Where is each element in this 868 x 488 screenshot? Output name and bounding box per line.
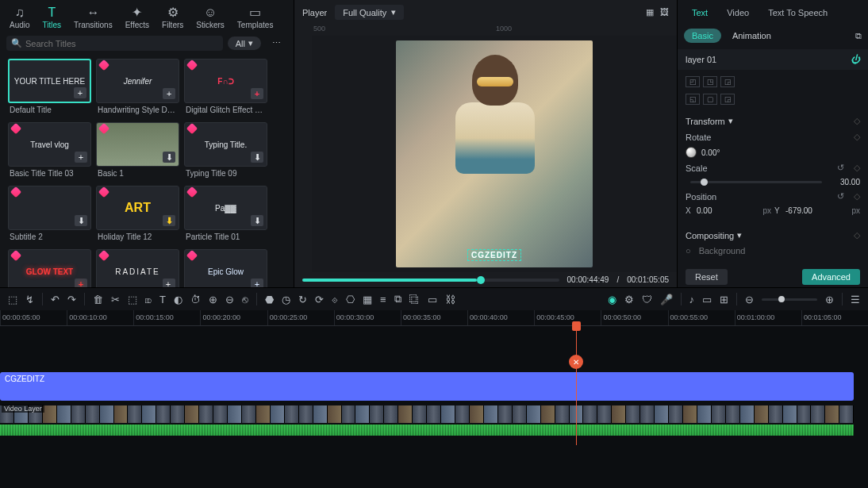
align-br-button[interactable]: ◲ — [720, 94, 735, 105]
title-thumb[interactable]: ⬇ — [8, 186, 91, 230]
title-card[interactable]: F∩Ɔ+Digital Glitch Effect Opener 01 — [184, 59, 267, 119]
video-clip[interactable] — [527, 405, 541, 423]
text-track-clip[interactable]: CGZEDITZ — [0, 372, 854, 401]
title-card[interactable]: Jennifer+Handwriting Style Design Tit… — [96, 59, 179, 119]
asset-tab-audio[interactable]: ♫Audio — [5, 5, 35, 31]
track-icon[interactable]: ⎋ — [242, 294, 248, 305]
video-clip[interactable] — [655, 405, 669, 423]
title-card[interactable]: Epic Glow+ — [184, 249, 267, 287]
title-thumb[interactable]: YOUR TITLE HERE+ — [8, 59, 91, 103]
video-clip[interactable] — [427, 405, 441, 423]
video-clip[interactable] — [455, 405, 470, 423]
align-tr-button[interactable]: ◲ — [720, 76, 735, 87]
download-button[interactable]: ⬇ — [75, 215, 87, 226]
music-icon[interactable]: ♪ — [689, 294, 695, 305]
audio-track[interactable] — [0, 425, 854, 436]
tab-text-to-speech[interactable]: Text To Speech — [760, 5, 835, 21]
video-clip[interactable] — [513, 405, 527, 423]
video-clip[interactable] — [839, 405, 854, 423]
title-card[interactable]: GLOW TEXT+ — [8, 249, 91, 287]
scale-slider[interactable] — [690, 181, 822, 183]
video-clip[interactable] — [470, 405, 484, 423]
download-button[interactable]: ⬇ — [251, 215, 263, 226]
rotate-keyframe-icon[interactable]: ◇ — [854, 132, 860, 142]
menu-icon[interactable]: ☰ — [851, 294, 860, 305]
advanced-button[interactable]: Advanced — [802, 269, 860, 285]
video-clip[interactable] — [697, 405, 712, 423]
shield-icon[interactable]: 🛡 — [642, 294, 652, 305]
asset-tab-titles[interactable]: TTitles — [38, 5, 67, 31]
video-clip[interactable] — [640, 405, 655, 423]
search-input[interactable] — [25, 39, 218, 48]
mask-icon[interactable]: ◐ — [174, 294, 182, 305]
timeline-tick[interactable]: 00:00:15:00 — [133, 310, 200, 325]
video-clip[interactable] — [612, 405, 626, 423]
refresh-icon[interactable]: ↻ — [298, 294, 307, 305]
scale-value[interactable]: 30.00 — [832, 178, 860, 186]
video-clip[interactable] — [128, 405, 142, 423]
rotate-dial[interactable] — [686, 147, 697, 158]
video-clip[interactable] — [228, 405, 242, 423]
video-clip[interactable] — [142, 405, 156, 423]
grid-icon[interactable]: ⊞ — [720, 294, 728, 305]
speed-icon[interactable]: ⏱ — [190, 294, 201, 305]
timeline-tick[interactable]: 00:01:05:00 — [801, 310, 868, 325]
expand-icon[interactable]: ⧉ — [855, 31, 862, 41]
timeline-tick[interactable]: 00:00:55:00 — [668, 310, 735, 325]
video-clip[interactable] — [57, 405, 71, 423]
timeline[interactable]: 00:00:05:0000:00:10:0000:00:15:0000:00:2… — [0, 310, 868, 488]
position-reset-icon[interactable]: ↺ — [837, 191, 844, 202]
video-clip[interactable] — [811, 405, 825, 423]
add-button[interactable]: + — [163, 279, 175, 287]
title-card[interactable]: ⬇Basic 1 — [96, 122, 179, 183]
download-button[interactable]: ⬇ — [251, 152, 263, 163]
add-button[interactable]: + — [75, 279, 87, 287]
timeline-tick[interactable]: 00:00:35:00 — [401, 310, 467, 325]
link-icon[interactable]: ⧉ — [394, 293, 401, 305]
zoom-minus-icon[interactable]: ⊖ — [745, 294, 754, 305]
video-clip[interactable] — [669, 405, 683, 423]
download-button[interactable]: ⬇ — [163, 215, 175, 226]
paste-icon[interactable]: ▭ — [428, 294, 437, 305]
cut-icon[interactable]: ✂ — [111, 294, 120, 305]
position-keyframe-icon[interactable]: ◇ — [854, 191, 860, 202]
title-thumb[interactable]: F∩Ɔ+ — [184, 59, 267, 103]
video-clip[interactable] — [114, 405, 129, 423]
transform-keyframe-icon[interactable]: ◇ — [854, 116, 860, 126]
video-clip[interactable] — [256, 405, 271, 423]
group-icon[interactable]: ▦ — [363, 294, 372, 305]
timeline-tick[interactable]: 00:00:05:00 — [0, 310, 67, 325]
timeline-tick[interactable]: 00:00:30:00 — [334, 310, 401, 325]
video-clip[interactable] — [171, 405, 185, 423]
position-x-value[interactable]: 0.00 — [697, 206, 759, 215]
delete-icon[interactable]: 🗑 — [93, 294, 103, 305]
video-clip[interactable] — [271, 405, 285, 423]
scrub-bar[interactable] — [302, 279, 559, 282]
video-clip[interactable] — [498, 405, 513, 423]
scale-keyframe-icon[interactable]: ◇ — [854, 163, 860, 173]
video-clip[interactable] — [285, 405, 299, 423]
title-card[interactable]: Typing Title.⬇Typing Title 09 — [184, 122, 267, 183]
title-thumb[interactable]: RADIATE+ — [96, 249, 179, 287]
title-thumb[interactable]: Typing Title.⬇ — [184, 122, 267, 167]
title-thumb[interactable]: ⬇ — [96, 122, 179, 167]
layer-toggle-icon[interactable]: ⏻ — [851, 54, 860, 65]
text-tool-icon[interactable]: T — [159, 294, 166, 305]
gear-icon[interactable]: ⚙ — [624, 294, 634, 305]
timeline-tick[interactable]: 00:00:40:00 — [467, 310, 534, 325]
subtab-basic[interactable]: Basic — [684, 29, 721, 43]
add-button[interactable]: + — [251, 88, 263, 99]
video-clip[interactable] — [370, 405, 384, 423]
title-thumb[interactable]: Jennifer+ — [96, 59, 179, 103]
video-clip[interactable] — [712, 405, 726, 423]
asset-tab-filters[interactable]: ⚙Filters — [157, 5, 188, 31]
title-thumb[interactable]: Epic Glow+ — [184, 249, 267, 287]
filter-all-dropdown[interactable]: All ▾ — [228, 37, 261, 50]
select-icon[interactable]: ↯ — [25, 294, 34, 305]
zoom-plus-icon[interactable]: ⊕ — [825, 294, 834, 305]
title-card[interactable]: RADIATE+ — [96, 249, 179, 287]
video-clip[interactable] — [755, 405, 769, 423]
video-track[interactable]: Video Layer — [0, 405, 854, 423]
unlink-icon[interactable]: ⛓ — [445, 294, 455, 305]
video-clip[interactable] — [441, 405, 455, 423]
